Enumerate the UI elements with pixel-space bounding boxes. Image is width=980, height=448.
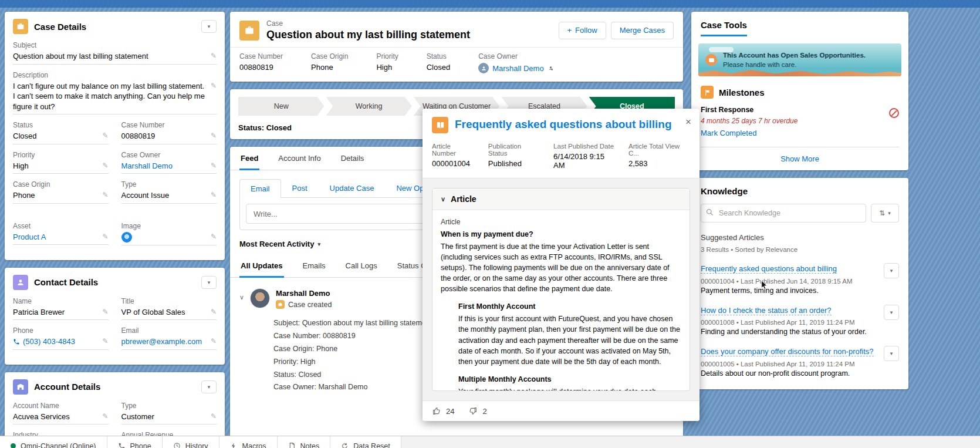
edit-icon[interactable]: ✎ bbox=[211, 131, 217, 140]
card-menu-button[interactable]: ▾ bbox=[201, 380, 217, 393]
knowledge-article-icon bbox=[432, 117, 448, 133]
card-menu-button[interactable]: ▾ bbox=[201, 276, 217, 289]
filter-emails[interactable]: Emails bbox=[302, 254, 327, 277]
filter-all-updates[interactable]: All Updates bbox=[239, 254, 284, 277]
tab-feed[interactable]: Feed bbox=[239, 147, 259, 170]
thumbs-down-icon bbox=[468, 406, 478, 416]
edit-icon[interactable]: ✎ bbox=[102, 190, 108, 200]
show-more-link[interactable]: Show More bbox=[780, 154, 819, 163]
edit-icon[interactable]: ✎ bbox=[102, 412, 108, 421]
article-section-toggle[interactable]: ∨ Article bbox=[432, 188, 690, 210]
article-link[interactable]: How do I check the status of an order? bbox=[701, 306, 832, 315]
milestone-overdue: 4 months 25 days 7 hr overdue bbox=[701, 117, 797, 125]
article-field-label: Article bbox=[441, 217, 681, 227]
phone-icon bbox=[13, 338, 20, 345]
phone-link[interactable]: (503) 403-4843 bbox=[23, 336, 75, 347]
asset-link[interactable]: Product A bbox=[13, 232, 46, 242]
caret-down-icon: ▾ bbox=[208, 384, 211, 390]
utility-bar: Omni-Channel (Online) Phone History Macr… bbox=[0, 436, 980, 448]
edit-icon[interactable]: ✎ bbox=[102, 161, 108, 170]
edit-icon[interactable]: ✎ bbox=[102, 131, 108, 140]
right-sidebar: Case Tools This Account has Open Sales O… bbox=[691, 12, 908, 389]
likes-count: 24 bbox=[446, 407, 454, 416]
edit-icon[interactable]: ✎ bbox=[102, 336, 108, 346]
field-type: Type Account Issue✎ bbox=[121, 180, 217, 204]
knowledge-article-item: How do I check the status of an order? 0… bbox=[701, 305, 899, 336]
image-thumbnail[interactable] bbox=[121, 232, 132, 242]
notes-utility-button[interactable]: Notes bbox=[278, 436, 331, 448]
chat-icon bbox=[705, 54, 717, 66]
article-panel: ∨ Article Article When is my payment due… bbox=[432, 188, 690, 391]
change-owner-icon[interactable] bbox=[548, 65, 554, 72]
field-image: Image ✎ bbox=[121, 222, 217, 245]
case-details-card: Case Details ▾ Subject Question about my… bbox=[5, 12, 225, 260]
caret-down-icon: ▾ bbox=[888, 210, 891, 216]
path-step-new[interactable]: New bbox=[238, 97, 324, 116]
case-icon bbox=[276, 300, 285, 309]
field-email: Email pbrewer@example.com✎ bbox=[121, 326, 217, 350]
omni-channel-button[interactable]: Omni-Channel (Online) bbox=[0, 436, 107, 448]
history-utility-button[interactable]: History bbox=[163, 436, 219, 448]
edit-icon[interactable]: ✎ bbox=[211, 161, 217, 170]
case-tools-title: Case Tools bbox=[701, 20, 747, 36]
publisher-tab-update-case[interactable]: Update Case bbox=[319, 178, 386, 197]
field-label: Description bbox=[13, 71, 217, 79]
edit-icon[interactable]: ✎ bbox=[211, 307, 217, 316]
mark-completed-link[interactable]: Mark Completed bbox=[701, 129, 756, 137]
publisher-tab-post[interactable]: Post bbox=[281, 178, 319, 197]
edit-icon[interactable]: ✎ bbox=[102, 232, 108, 241]
article-meta: 000001004 • Last Published Jun 14, 2018 … bbox=[701, 278, 853, 285]
account-details-title: Account Details bbox=[34, 382, 100, 392]
tab-details[interactable]: Details bbox=[340, 147, 366, 170]
edit-icon[interactable]: ✎ bbox=[211, 232, 217, 241]
article-actions-button[interactable]: ▾ bbox=[884, 346, 899, 361]
feed-author[interactable]: Marshall Demo bbox=[276, 288, 332, 298]
path-step-working[interactable]: Working bbox=[326, 97, 411, 116]
contact-details-card: Contact Details ▾ Name Patricia Brewer✎ … bbox=[5, 268, 225, 365]
field-asset: Asset Product A✎ bbox=[13, 222, 109, 245]
edit-icon[interactable]: ✎ bbox=[211, 336, 217, 346]
phone-utility-button[interactable]: Phone bbox=[107, 436, 163, 448]
tab-account-info[interactable]: Account Info bbox=[277, 147, 322, 170]
email-link[interactable]: pbrewer@example.com bbox=[121, 336, 202, 347]
highlight-priority: Priority High bbox=[376, 52, 398, 73]
filter-call-logs[interactable]: Call Logs bbox=[344, 254, 379, 277]
case-details-title: Case Details bbox=[34, 22, 86, 32]
avatar bbox=[250, 288, 270, 308]
thumbs-up-button[interactable]: 24 bbox=[432, 406, 454, 416]
case-owner-link[interactable]: Marshall Demo bbox=[121, 161, 173, 171]
field-case-owner: Case Owner Marshall Demo✎ bbox=[121, 151, 217, 174]
card-menu-button[interactable]: ▾ bbox=[201, 20, 217, 33]
article-subheading: Multiple Monthly Accounts bbox=[458, 374, 681, 385]
case-owner-link[interactable]: Marshall Demo bbox=[492, 64, 543, 73]
milestone-violation-icon[interactable] bbox=[889, 108, 899, 118]
close-icon[interactable]: × bbox=[685, 117, 691, 127]
article-link[interactable]: Does your company offer discounts for no… bbox=[701, 347, 874, 356]
feed-item-expander[interactable]: ∨ bbox=[239, 294, 244, 301]
edit-icon[interactable]: ✎ bbox=[211, 51, 217, 60]
field-phone: Phone (503) 403-4843 ✎ bbox=[13, 326, 109, 350]
knowledge-sort-button[interactable]: ⇅ ▾ bbox=[871, 204, 899, 223]
publisher-tab-email[interactable]: Email bbox=[239, 179, 281, 198]
edit-icon[interactable]: ✎ bbox=[211, 190, 217, 200]
article-paragraph: If this is your first account with Futur… bbox=[458, 314, 681, 367]
caret-down-icon: ▾ bbox=[208, 23, 211, 29]
edit-icon[interactable]: ✎ bbox=[211, 412, 217, 421]
follow-button[interactable]: + Follow bbox=[559, 22, 606, 39]
field-account-type: Type Customer✎ bbox=[121, 402, 217, 425]
knowledge-search-input[interactable] bbox=[701, 204, 866, 223]
data-reset-utility-button[interactable]: Data Reset bbox=[330, 436, 401, 448]
results-summary: 3 Results • Sorted by Relevance bbox=[701, 246, 899, 253]
search-icon bbox=[705, 208, 714, 218]
article-actions-button[interactable]: ▾ bbox=[884, 305, 899, 320]
account-icon bbox=[13, 379, 28, 395]
field-value: Question about my last billing statement bbox=[13, 51, 148, 62]
milestones-section: Milestones First Response 4 months 25 da… bbox=[691, 85, 908, 170]
thumbs-down-button[interactable]: 2 bbox=[468, 406, 486, 416]
macros-utility-button[interactable]: Macros bbox=[219, 436, 278, 448]
merge-cases-button[interactable]: Merge Cases bbox=[611, 22, 674, 39]
edit-icon[interactable]: ✎ bbox=[102, 307, 108, 316]
article-link[interactable]: Frequently asked questions about billing bbox=[701, 264, 837, 274]
article-actions-button[interactable]: ▾ bbox=[884, 263, 899, 278]
edit-icon[interactable]: ✎ bbox=[211, 81, 217, 90]
